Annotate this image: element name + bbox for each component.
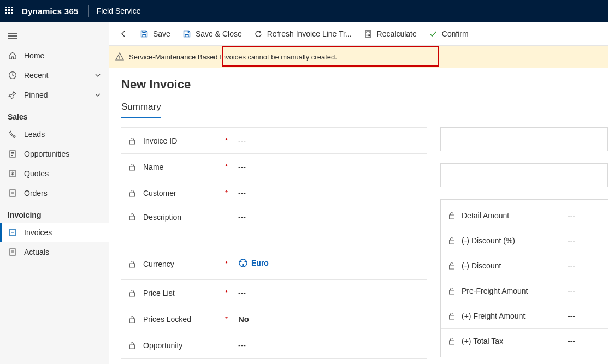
lock-icon xyxy=(129,189,139,197)
document-icon xyxy=(8,189,17,198)
field-total-tax[interactable]: (+) Total Tax --- xyxy=(441,329,608,354)
required-star: * xyxy=(225,315,236,323)
sidebar-item-pinned[interactable]: Pinned xyxy=(0,85,109,105)
field-price-list[interactable]: Price List * --- xyxy=(121,280,427,306)
sidebar: Home Recent Pinned Sales Leads xyxy=(0,22,109,364)
field-detail-amount[interactable]: Detail Amount --- xyxy=(441,203,608,228)
field-label: Description xyxy=(143,213,225,222)
save-close-button[interactable]: Save & Close xyxy=(177,25,247,43)
svg-rect-19 xyxy=(130,319,135,323)
field-invoice-id[interactable]: Invoice ID * --- xyxy=(121,128,427,154)
field-label: Invoice ID xyxy=(143,136,225,145)
lock-icon xyxy=(129,289,139,297)
field-name[interactable]: Name * --- xyxy=(121,154,427,180)
required-star: * xyxy=(225,260,236,268)
svg-rect-21 xyxy=(450,215,454,219)
field-value: --- xyxy=(568,211,600,220)
sidebar-item-label: Leads xyxy=(24,130,101,139)
command-label: Recalculate xyxy=(377,29,417,38)
svg-rect-20 xyxy=(130,345,135,349)
command-bar: Save Save & Close Refresh Invoice Line T… xyxy=(109,22,608,46)
svg-point-8 xyxy=(119,58,120,59)
sidebar-item-orders[interactable]: Orders xyxy=(0,183,109,203)
refresh-button[interactable]: Refresh Invoice Line Tr... xyxy=(249,25,357,43)
confirm-button[interactable]: Confirm xyxy=(423,25,474,43)
svg-rect-23 xyxy=(450,265,454,269)
sidebar-toggle[interactable] xyxy=(0,26,109,46)
sidebar-item-actuals[interactable]: Actuals xyxy=(0,242,109,262)
field-value: --- xyxy=(236,213,427,222)
warning-bar: Service-Maintenance Based Invoices canno… xyxy=(109,46,608,68)
field-value: --- xyxy=(568,312,600,320)
field-label: (-) Discount (%) xyxy=(462,236,568,245)
spacer xyxy=(121,234,427,248)
sidebar-item-home[interactable]: Home xyxy=(0,46,109,65)
sidebar-item-opportunities[interactable]: Opportunities xyxy=(0,144,109,164)
lock-icon xyxy=(129,213,139,220)
field-value: No xyxy=(236,314,427,324)
field-discount[interactable]: (-) Discount --- xyxy=(441,253,608,278)
svg-rect-5 xyxy=(10,249,15,255)
svg-point-17 xyxy=(242,264,244,266)
sidebar-item-recent[interactable]: Recent xyxy=(0,65,109,85)
sidebar-item-leads[interactable]: Leads xyxy=(0,124,109,144)
form-body: Invoice ID * --- Name * --- Customer * -… xyxy=(109,118,608,364)
sidebar-item-label: Recent xyxy=(24,71,95,80)
command-label: Save xyxy=(153,29,170,38)
field-prices-locked[interactable]: Prices Locked * No xyxy=(121,306,427,332)
sidebar-item-label: Orders xyxy=(24,189,101,198)
right-amounts-panel: Detail Amount --- (-) Discount (%) --- (… xyxy=(440,199,608,357)
field-value: --- xyxy=(236,163,427,171)
required-star: * xyxy=(225,189,236,197)
field-description[interactable]: Description --- xyxy=(121,206,427,234)
pin-icon xyxy=(8,91,17,99)
warning-text: Service-Maintenance Based Invoices canno… xyxy=(129,53,337,61)
sidebar-item-invoices[interactable]: Invoices xyxy=(0,223,109,242)
field-discount-pct[interactable]: (-) Discount (%) --- xyxy=(441,228,608,253)
document-dollar-icon xyxy=(8,169,17,178)
hamburger-icon xyxy=(8,33,17,39)
document-icon xyxy=(8,248,17,256)
brand-name: Dynamics 365 xyxy=(22,7,79,16)
field-label: (-) Discount xyxy=(462,261,568,270)
refresh-icon xyxy=(254,29,263,38)
form-left-column: Invoice ID * --- Name * --- Customer * -… xyxy=(121,127,427,364)
check-icon xyxy=(429,29,438,38)
recalculate-button[interactable]: Recalculate xyxy=(358,25,422,43)
field-pre-freight[interactable]: Pre-Freight Amount --- xyxy=(441,278,608,303)
field-freight[interactable]: (+) Freight Amount --- xyxy=(441,303,608,329)
svg-rect-13 xyxy=(130,264,135,267)
warning-bar-wrap: Service-Maintenance Based Invoices canno… xyxy=(109,46,608,68)
sidebar-item-label: Opportunities xyxy=(24,150,101,158)
sidebar-item-label: Quotes xyxy=(24,169,101,178)
form-tabs: Summary xyxy=(109,97,608,118)
lock-icon xyxy=(129,163,139,171)
field-label: (+) Freight Amount xyxy=(462,312,568,320)
sidebar-item-label: Pinned xyxy=(24,91,95,99)
required-star: * xyxy=(225,163,236,171)
lock-icon xyxy=(448,312,458,320)
field-value: --- xyxy=(236,189,427,198)
lock-icon xyxy=(448,237,458,244)
field-opportunity[interactable]: Opportunity --- xyxy=(121,332,427,359)
right-panel-2[interactable] xyxy=(440,163,608,187)
lock-icon xyxy=(448,262,458,270)
field-currency[interactable]: Currency * Euro xyxy=(121,248,427,280)
app-launcher-icon[interactable] xyxy=(5,7,14,15)
content-area: Save Save & Close Refresh Invoice Line T… xyxy=(109,22,608,364)
sidebar-item-quotes[interactable]: Quotes xyxy=(0,164,109,183)
save-button[interactable]: Save xyxy=(134,25,176,43)
home-icon xyxy=(8,51,17,60)
chevron-down-icon xyxy=(95,92,101,98)
back-button[interactable] xyxy=(115,25,133,43)
calculator-icon xyxy=(364,29,373,38)
app-title: Field Service xyxy=(97,7,141,15)
tab-summary[interactable]: Summary xyxy=(121,97,161,118)
right-panel-1[interactable] xyxy=(440,127,608,151)
svg-rect-10 xyxy=(130,166,135,170)
command-label: Refresh Invoice Line Tr... xyxy=(267,29,352,38)
field-customer[interactable]: Customer * --- xyxy=(121,180,427,206)
svg-rect-9 xyxy=(130,140,135,144)
field-value: --- xyxy=(236,136,427,145)
required-star: * xyxy=(225,136,236,145)
